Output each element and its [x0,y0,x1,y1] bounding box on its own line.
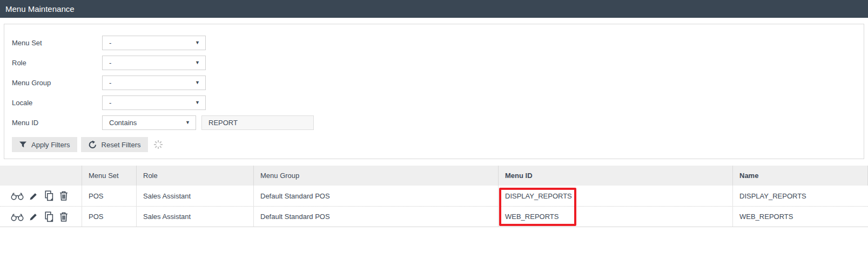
apply-filters-label: Apply Filters [31,141,70,149]
table-header-row: Menu Set Role Menu Group Menu ID Name [0,166,868,186]
reset-filters-label: Reset Filters [102,141,141,149]
column-header-menu-group[interactable]: Menu Group [254,166,499,186]
cell-menu-id: DISPLAY_REPORTS [499,186,733,206]
copy-icon[interactable] [44,211,54,222]
page-title: Menu Maintenance [5,4,75,13]
copy-icon[interactable] [44,190,54,201]
menu-group-label: Menu Group [12,79,102,87]
column-header-actions [0,166,82,186]
locale-select[interactable]: - ▼ [102,95,206,110]
delete-trash-icon[interactable] [59,191,68,201]
role-select-value: - [109,59,111,67]
cell-menu-set: POS [82,186,137,206]
filter-row-menu-group: Menu Group - ▼ [12,73,864,93]
menu-set-select-value: - [109,39,111,47]
page-header: Menu Maintenance [0,0,868,18]
column-header-menu-id[interactable]: Menu ID [499,166,733,186]
reset-icon [88,140,97,149]
filter-row-menu-id: Menu ID Contains ▼ [12,113,864,133]
filter-row-locale: Locale - ▼ [12,93,864,113]
edit-pencil-icon[interactable] [29,191,38,201]
filter-row-role: Role - ▼ [12,53,864,73]
row-actions-cell [0,207,82,227]
menu-id-operator-value: Contains [109,119,137,127]
cell-name: DISPLAY_REPORTS [733,186,868,206]
cell-name: WEB_REPORTS [733,207,868,227]
role-label: Role [12,59,102,67]
menu-id-input[interactable] [201,115,314,130]
menu-group-select[interactable]: - ▼ [102,76,206,90]
table-row: POS Sales Assistant Default Standard POS… [0,206,868,227]
cell-role: Sales Assistant [137,207,254,227]
row-actions-cell [0,186,82,206]
apply-filters-button[interactable]: Apply Filters [12,137,77,152]
filter-panel: Menu Set - ▼ Role - ▼ Menu Group - ▼ Loc… [4,24,864,159]
cell-menu-group: Default Standard POS [254,207,499,227]
cell-menu-group: Default Standard POS [254,186,499,206]
filter-funnel-icon [19,141,27,148]
column-header-role[interactable]: Role [137,166,254,186]
view-binoculars-icon[interactable] [11,212,24,222]
edit-pencil-icon[interactable] [29,212,38,221]
filter-buttons-row: Apply Filters Reset Filters [12,137,864,152]
reset-filters-button[interactable]: Reset Filters [81,137,148,152]
filter-row-menu-set: Menu Set - ▼ [12,33,864,53]
chevron-down-icon: ▼ [195,100,200,105]
chevron-down-icon: ▼ [195,60,200,65]
loading-spinner-icon [153,140,163,149]
menu-group-select-value: - [109,79,111,87]
delete-trash-icon[interactable] [59,212,68,222]
column-header-menu-set[interactable]: Menu Set [82,166,137,186]
menu-id-operator-select[interactable]: Contains ▼ [102,115,196,130]
locale-select-value: - [109,99,111,107]
cell-menu-id: WEB_REPORTS [499,207,733,227]
cell-menu-set: POS [82,207,137,227]
chevron-down-icon: ▼ [185,120,190,125]
role-select[interactable]: - ▼ [102,56,206,70]
table-row: POS Sales Assistant Default Standard POS… [0,186,868,206]
locale-label: Locale [12,99,102,107]
menu-set-select[interactable]: - ▼ [102,36,206,50]
view-binoculars-icon[interactable] [11,191,24,201]
column-header-name[interactable]: Name [733,166,868,186]
chevron-down-icon: ▼ [195,40,200,45]
cell-role: Sales Assistant [137,186,254,206]
menu-maintenance-screen: Menu Maintenance Menu Set - ▼ Role - ▼ M… [0,0,868,227]
results-table: Menu Set Role Menu Group Menu ID Name [0,166,868,227]
menu-id-label: Menu ID [12,119,102,127]
menu-set-label: Menu Set [12,39,102,47]
chevron-down-icon: ▼ [195,80,200,85]
